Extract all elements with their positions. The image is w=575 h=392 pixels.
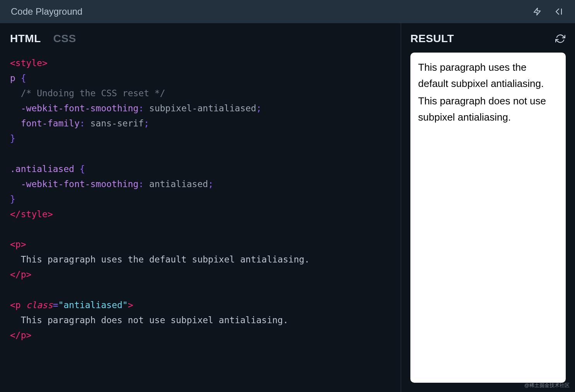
tab-html[interactable]: HTML	[10, 32, 41, 45]
tab-css[interactable]: CSS	[53, 32, 76, 45]
result-output: This paragraph uses the default subpixel…	[410, 53, 566, 383]
result-paragraph: This paragraph uses the default subpixel…	[418, 60, 558, 92]
titlebar-actions	[532, 6, 564, 17]
main: HTML CSS <style> p { /* Undoing the CSS …	[0, 23, 575, 392]
result-paragraph: This paragraph does not use subpixel ant…	[418, 93, 558, 125]
editor-tabs: HTML CSS	[10, 32, 391, 45]
lightning-icon[interactable]	[532, 6, 543, 17]
app-title: Code Playground	[11, 6, 82, 17]
refresh-icon[interactable]	[555, 33, 566, 44]
code-editor[interactable]: <style> p { /* Undoing the CSS reset */ …	[10, 56, 391, 343]
result-header: RESULT	[410, 32, 566, 45]
titlebar: Code Playground	[0, 0, 575, 23]
editor-pane: HTML CSS <style> p { /* Undoing the CSS …	[0, 23, 401, 392]
watermark: @稀土掘金技术社区	[524, 382, 570, 389]
reset-icon[interactable]	[553, 6, 564, 17]
result-title: RESULT	[410, 32, 454, 45]
result-pane: RESULT This paragraph uses the default s…	[401, 23, 575, 392]
svg-marker-0	[534, 8, 541, 15]
